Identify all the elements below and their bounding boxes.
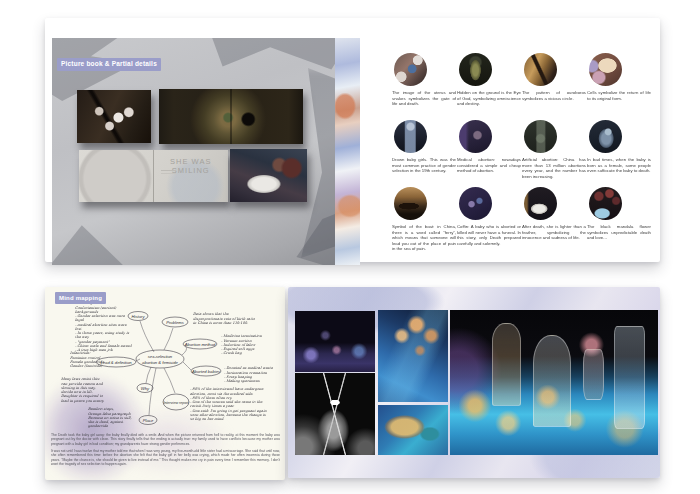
picture-book-panel: SHE WAS SMILING Picture book & Partial d… bbox=[45, 18, 660, 262]
detail-item: The black mandala flower symbolizes unpr… bbox=[587, 187, 651, 257]
detail-caption: Artificial abortion: China has more than… bbox=[522, 157, 586, 179]
essay-paragraph-2: It was not until I was twelve that my mo… bbox=[51, 448, 280, 466]
mindmap-center-label-1: sex-selection bbox=[148, 354, 173, 359]
cells-thumb bbox=[589, 53, 622, 86]
mindmap-node-history: History bbox=[131, 314, 145, 319]
detail-item: In bad times, when the baby is born as a… bbox=[587, 120, 651, 190]
photo-specimen-jars bbox=[450, 310, 658, 455]
glass-bottle bbox=[492, 323, 521, 406]
book-spread-flowers bbox=[77, 90, 151, 143]
detail-caption: The black mandala flower symbolizes unpr… bbox=[587, 224, 651, 241]
detail-item: Cells symbolize the return of life to it… bbox=[587, 53, 651, 112]
leaf-shadow bbox=[52, 193, 150, 265]
artificial-abortion-thumb bbox=[524, 120, 557, 153]
photo-collage-panel bbox=[288, 287, 660, 478]
mindmap-node-interview-report: Interview report bbox=[164, 401, 190, 405]
portfolio-page: SHE WAS SMILING Picture book & Partial d… bbox=[0, 0, 700, 494]
ouroboros-thumb bbox=[524, 53, 557, 86]
coffin-thumb bbox=[459, 187, 492, 220]
detail-item: Medical abortion: nowadays considered a … bbox=[457, 120, 521, 190]
book-spread-bed bbox=[230, 149, 307, 202]
detail-caption: Drown baby girls. This was the most comm… bbox=[392, 157, 456, 174]
photo-black-white-figure bbox=[295, 373, 375, 455]
detail-item: The image of the uterus and snakes symbo… bbox=[392, 53, 456, 123]
mindmap-node-lead-definition: Lead & definition bbox=[100, 360, 132, 365]
bell-cloche bbox=[533, 335, 570, 427]
bottle-thumb bbox=[394, 120, 427, 153]
uterus-snakes-thumb bbox=[394, 53, 427, 86]
mind-mapping-panel: sex-selection abortion & femicide Histor… bbox=[45, 287, 285, 480]
book-spread-nest bbox=[159, 89, 303, 144]
detail-caption: Hidden on the ground is the Eye of God, … bbox=[457, 90, 521, 107]
detail-caption: After death, she is lighter than a feath… bbox=[522, 224, 586, 241]
essay-paragraph-1: The Death took the baby girl away: the b… bbox=[51, 432, 280, 446]
medical-abortion-thumb bbox=[459, 120, 492, 153]
panel-title: Picture book & Partial details bbox=[57, 58, 161, 71]
note-interview-report: - 80% of the interviewed have undergone … bbox=[190, 387, 268, 421]
marbled-artwork-strip bbox=[335, 38, 360, 265]
note-problems: Data shows that the disproportionate rat… bbox=[193, 312, 255, 325]
note-history: Drowning Confucianism (ancient) backgrou… bbox=[75, 301, 133, 352]
detail-caption: Medical abortion: nowadays considered a … bbox=[457, 157, 521, 174]
photo-blue-flowers bbox=[378, 310, 448, 402]
detail-caption: The pattern of ouroboros symbolizes a vi… bbox=[522, 90, 586, 101]
photo-glass-bowl bbox=[378, 405, 448, 455]
mindmap-node-abortion-method: Abortion method bbox=[184, 342, 216, 347]
detail-item: After death, she is lighter than a feath… bbox=[522, 187, 586, 257]
essay-block: The Death took the baby girl away: the b… bbox=[51, 432, 280, 480]
mindmap-node-problems: Problems bbox=[166, 320, 185, 325]
boat-thumb bbox=[394, 187, 427, 220]
book-mockup-photo: SHE WAS SMILING Picture book & Partial d… bbox=[52, 38, 335, 265]
detail-item: Drown baby girls. This was the most comm… bbox=[392, 120, 456, 190]
detail-caption: Symbol of the boat: in China, there is a… bbox=[392, 224, 456, 252]
mindmap-node-why: Why bbox=[141, 386, 150, 391]
detail-caption: Cells symbolize the return of life to it… bbox=[587, 90, 651, 101]
photo-bottles-night bbox=[295, 311, 375, 372]
detail-item: Symbol of the boat: in China, there is a… bbox=[392, 187, 456, 279]
mindmap-center-label-2: abortion & femicide bbox=[142, 360, 179, 365]
detail-caption: Coffin: A baby who is aborted or killed … bbox=[457, 224, 521, 246]
detail-item: Coffin: A baby who is aborted or killed … bbox=[457, 187, 521, 268]
fetus-thumb bbox=[589, 120, 622, 153]
note-abortion-method: - Medicine termination - Vacuum suction … bbox=[221, 334, 271, 355]
cover-credit-lines bbox=[161, 170, 176, 175]
note-place: Bamboo steps, Orange-false paragraph Bec… bbox=[88, 407, 136, 428]
mandala-flower-thumb bbox=[589, 187, 622, 220]
eye-of-god-thumb bbox=[459, 53, 492, 86]
mindmap-node-aborted-babies: Aborted babies bbox=[191, 369, 221, 374]
cylinder-jar bbox=[614, 326, 645, 430]
panel-title: Mind mapping bbox=[55, 292, 106, 304]
feather-thumb bbox=[524, 187, 557, 220]
mindmap-node-place: Place bbox=[143, 418, 154, 423]
note-why: Many laws resist this: can provide reaso… bbox=[61, 377, 106, 403]
note-infanticide: Infanticide: Feminine control Female gen… bbox=[70, 351, 105, 368]
small-jar bbox=[583, 349, 604, 400]
detail-caption: In bad times, when the baby is born as a… bbox=[587, 157, 651, 174]
detail-item: The pattern of ouroboros symbolizes a vi… bbox=[522, 53, 586, 112]
detail-item: Hidden on the ground is the Eye of God, … bbox=[457, 53, 521, 123]
book-cover: SHE WAS SMILING bbox=[79, 150, 228, 202]
detail-caption: The image of the uterus and snakes symbo… bbox=[392, 90, 456, 107]
note-aborted-babies: - Donated as medical waste - Incineratio… bbox=[224, 366, 274, 383]
